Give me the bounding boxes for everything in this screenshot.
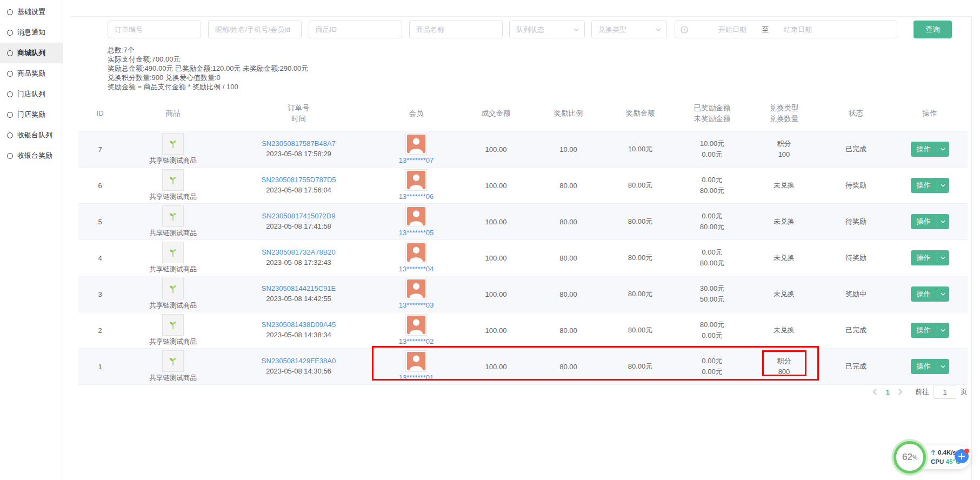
page-number[interactable]: 1 [881, 388, 895, 396]
monitor-percent: 62 [902, 452, 912, 463]
member-link[interactable]: 13*******04 [399, 264, 434, 274]
member-link[interactable]: 13*******07 [399, 156, 434, 165]
order-time: 2023-05-08 14:42:55 [224, 294, 373, 304]
product-name: 共享链测试商品 [149, 229, 197, 238]
member-avatar[interactable] [405, 278, 427, 299]
member-avatar[interactable] [405, 350, 427, 372]
order-link[interactable]: SN2305081755D787D5 [261, 175, 336, 185]
member-avatar[interactable] [405, 133, 427, 155]
col-header-action: 操作 [892, 96, 968, 131]
col-header-status: 状态 [820, 96, 892, 131]
plant-icon [169, 356, 177, 366]
order-link[interactable]: SN23050817587B48A7 [262, 139, 336, 149]
product-id-input[interactable] [309, 21, 402, 38]
monitor-plus-button[interactable] [955, 449, 969, 463]
table-row: 5 共享链测试商品 SN23050817415072D92023-05-08 1… [78, 204, 968, 240]
sidebar-item-label: 消息通知 [17, 28, 45, 37]
action-button[interactable]: 操作 [911, 250, 949, 265]
summary-formula: 奖励金额 = 商品支付金额 * 奖励比例 / 100 [108, 82, 308, 91]
member-avatar[interactable] [405, 205, 427, 227]
member-avatar[interactable] [405, 169, 427, 191]
col-header-product: 商品 [122, 96, 224, 131]
exchange-type-select[interactable]: 兑换类型 [591, 21, 667, 38]
table-row: 2 共享链测试商品 SN2305081438D09A452023-05-08 1… [78, 312, 968, 349]
order-time: 2023-05-08 17:56:04 [224, 185, 373, 196]
action-button[interactable]: 操作 [911, 359, 949, 374]
action-button[interactable]: 操作 [911, 286, 949, 302]
product-thumbnail [162, 350, 184, 372]
order-no-input[interactable] [108, 21, 201, 38]
col-header-rewarded: 已奖励金额未奖励金额 [676, 96, 748, 131]
cell-status: 待奖励 [820, 168, 892, 204]
product-name-input[interactable] [409, 21, 503, 38]
summary-exchange-counts: 兑换积分数量:900 兑换爱心值数量:0 [108, 73, 308, 82]
sidebar-item-product-reward[interactable]: 商品奖励 [0, 63, 63, 84]
sidebar-item-label: 商城队列 [17, 48, 45, 58]
cell-reward: 80.00元 [604, 276, 676, 312]
cell-id: 5 [78, 204, 122, 240]
cell-ratio: 80.00 [532, 204, 604, 240]
cell-amount: 100.00 [459, 168, 532, 204]
circle-icon [7, 112, 13, 118]
order-link[interactable]: SN2305081438D09A45 [262, 320, 336, 330]
chevron-down-icon [937, 214, 949, 229]
chevron-down-icon [937, 142, 949, 157]
mall-queue-admin-page: 基础设置 消息通知 商城队列 商品奖励 门店队列 门店奖励 收银台队列 收银台奖… [0, 0, 980, 480]
member-link[interactable]: 13*******03 [399, 301, 434, 310]
product-name: 共享链测试商品 [149, 337, 197, 346]
sidebar-item-mall-queue[interactable]: 商城队列 [0, 43, 63, 63]
cell-exchange: 未兑换 [748, 168, 820, 204]
member-avatar[interactable] [405, 314, 427, 336]
plant-icon [169, 139, 177, 149]
sidebar-item-message-notify[interactable]: 消息通知 [0, 22, 63, 43]
col-header-member: 会员 [373, 96, 459, 131]
goto-label: 前往 [915, 387, 929, 397]
chevron-down-icon [937, 178, 949, 193]
goto-page-input[interactable] [934, 385, 956, 399]
sidebar-item-cashier-reward[interactable]: 收银台奖励 [0, 145, 63, 166]
action-button[interactable]: 操作 [911, 142, 949, 157]
cell-ratio: 80.00 [532, 276, 604, 312]
cell-status: 已完成 [820, 131, 892, 168]
sidebar-item-label: 收银台队列 [17, 130, 52, 140]
member-link[interactable]: 13*******06 [399, 192, 434, 202]
table-row: 6 共享链测试商品 SN2305081755D787D52023-05-08 1… [78, 168, 968, 204]
sidebar-item-store-reward[interactable]: 门店奖励 [0, 104, 63, 125]
sidebar-item-label: 门店奖励 [17, 110, 45, 119]
col-header-amount: 成交金额 [459, 96, 532, 131]
action-button[interactable]: 操作 [911, 178, 949, 193]
order-link[interactable]: SN2305081429FE38A0 [262, 356, 336, 366]
cell-amount: 100.00 [459, 131, 532, 168]
member-link[interactable]: 13*******05 [399, 228, 434, 238]
date-range-picker[interactable]: 开始日期 至 结束日期 [675, 21, 897, 38]
right-divider [971, 16, 972, 480]
action-button[interactable]: 操作 [911, 214, 949, 229]
cell-reward: 80.00元 [604, 204, 676, 240]
chevron-down-icon [937, 250, 949, 265]
member-search-input[interactable] [208, 21, 302, 38]
table-header-row: ID 商品 订单号时间 会员 成交金额 奖励比例 奖励金额 已奖励金额未奖励金额… [78, 96, 968, 131]
cell-amount: 100.00 [459, 349, 532, 385]
cell-reward: 10.00元 [604, 131, 676, 168]
order-link[interactable]: SN2305081732A78B20 [262, 248, 336, 257]
sidebar-item-basic-settings[interactable]: 基础设置 [0, 2, 63, 22]
order-link[interactable]: SN230508144215C91E [262, 284, 336, 294]
sidebar-item-label: 商品奖励 [17, 69, 45, 78]
circle-icon [7, 91, 13, 97]
prev-page-icon[interactable] [869, 385, 881, 399]
table-row: 7 共享链测试商品 SN23050817587B48A72023-05-08 1… [78, 131, 968, 168]
queue-status-select[interactable]: 队列状态 [509, 21, 585, 38]
member-link[interactable]: 13*******02 [399, 337, 434, 346]
action-button[interactable]: 操作 [911, 323, 949, 338]
next-page-icon[interactable] [895, 385, 906, 399]
cell-status: 奖励中 [820, 276, 892, 312]
order-link[interactable]: SN23050817415072D9 [262, 211, 336, 221]
search-button[interactable]: 查询 [914, 21, 952, 38]
end-date-placeholder: 结束日期 [784, 25, 812, 35]
sidebar-item-store-queue[interactable]: 门店队列 [0, 84, 63, 104]
member-link[interactable]: 13*******01 [399, 373, 434, 383]
sidebar-item-cashier-queue[interactable]: 收银台队列 [0, 125, 63, 145]
cell-ratio: 80.00 [532, 312, 604, 349]
member-avatar[interactable] [405, 242, 427, 263]
cell-reward: 80.00元 [604, 349, 676, 385]
